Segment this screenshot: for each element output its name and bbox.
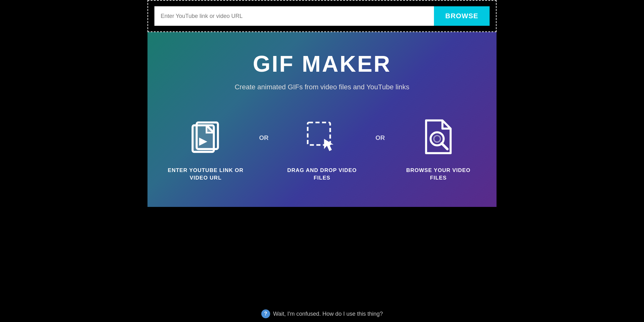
browse-file-icon xyxy=(418,116,459,157)
svg-point-7 xyxy=(434,136,441,142)
or-divider-1: OR xyxy=(259,134,269,142)
top-bar: BROWSE xyxy=(147,0,497,32)
video-file-icon xyxy=(185,116,226,157)
question-icon[interactable]: ? xyxy=(261,309,270,318)
option-browse[interactable]: BROWSE YOUR VIDEO FILES xyxy=(397,116,479,182)
browse-button[interactable]: BROWSE xyxy=(434,6,490,26)
main-section: GIF MAKER Create animated GIFs from vide… xyxy=(147,32,497,207)
svg-line-6 xyxy=(441,143,447,149)
option-drag-drop[interactable]: DRAG AND DROP VIDEO FILES xyxy=(281,116,363,182)
page-title: GIF MAKER xyxy=(253,51,391,77)
options-row: ENTER YOUTUBE LINK OR VIDEO URL OR DRAG … xyxy=(160,116,484,182)
svg-marker-4 xyxy=(324,139,334,151)
help-bar: ? Wait, I'm confused. How do I use this … xyxy=(0,309,644,318)
page-subtitle: Create animated GIFs from video files an… xyxy=(235,83,409,91)
help-text[interactable]: Wait, I'm confused. How do I use this th… xyxy=(273,311,383,317)
center-content: BROWSE GIF MAKER Create animated GIFs fr… xyxy=(147,0,497,207)
full-page: BROWSE GIF MAKER Create animated GIFs fr… xyxy=(0,0,644,322)
url-input[interactable] xyxy=(154,6,434,26)
youtube-label: ENTER YOUTUBE LINK OR VIDEO URL xyxy=(165,167,247,182)
browse-label: BROWSE YOUR VIDEO FILES xyxy=(397,167,479,182)
or-divider-2: OR xyxy=(375,134,385,142)
drag-drop-icon xyxy=(302,116,342,157)
option-youtube[interactable]: ENTER YOUTUBE LINK OR VIDEO URL xyxy=(165,116,247,182)
drag-drop-label: DRAG AND DROP VIDEO FILES xyxy=(281,167,363,182)
